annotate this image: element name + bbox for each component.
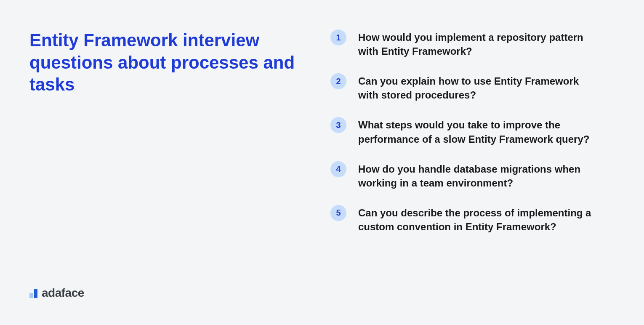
list-item: 4 How do you handle database migrations …: [330, 161, 615, 190]
question-text: How do you handle database migrations wh…: [358, 161, 594, 190]
question-number-badge: 1: [330, 29, 346, 45]
page-title: Entity Framework interview questions abo…: [29, 29, 299, 96]
questions-list: 1 How would you implement a repository p…: [330, 29, 615, 304]
question-number-badge: 3: [330, 117, 346, 133]
left-column: Entity Framework interview questions abo…: [29, 29, 330, 304]
list-item: 5 Can you describe the process of implem…: [330, 205, 615, 234]
question-number-badge: 5: [330, 205, 346, 221]
list-item: 3 What steps would you take to improve t…: [330, 117, 615, 146]
list-item: 2 Can you explain how to use Entity Fram…: [330, 73, 615, 102]
list-item: 1 How would you implement a repository p…: [330, 29, 615, 58]
brand-logo: adaface: [29, 286, 314, 304]
question-text: How would you implement a repository pat…: [358, 29, 594, 58]
bars-icon: [29, 288, 37, 298]
question-text: Can you describe the process of implemen…: [358, 205, 594, 234]
question-text: What steps would you take to improve the…: [358, 117, 594, 146]
question-text: Can you explain how to use Entity Framew…: [358, 73, 594, 102]
question-number-badge: 4: [330, 161, 346, 177]
slide-container: Entity Framework interview questions abo…: [0, 0, 644, 325]
question-number-badge: 2: [330, 73, 346, 89]
brand-name: adaface: [42, 286, 84, 300]
